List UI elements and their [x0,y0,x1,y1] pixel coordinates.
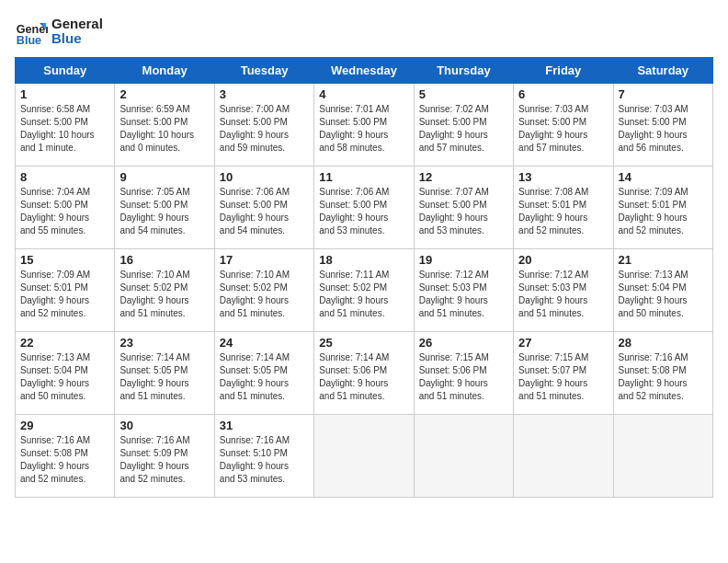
weekday-header-friday: Friday [514,58,613,84]
day-number: 5 [419,87,508,101]
calendar-cell: 14Sunrise: 7:09 AMSunset: 5:01 PMDayligh… [613,167,712,249]
day-number: 13 [518,170,608,184]
calendar-cell: 21Sunrise: 7:13 AMSunset: 5:04 PMDayligh… [613,249,712,332]
calendar-cell: 18Sunrise: 7:11 AMSunset: 5:02 PMDayligh… [314,249,414,332]
weekday-header-wednesday: Wednesday [314,58,414,84]
calendar-cell: 13Sunrise: 7:08 AMSunset: 5:01 PMDayligh… [514,167,613,249]
day-number: 23 [119,336,209,350]
cell-sun-info: Sunrise: 7:16 AMSunset: 5:09 PMDaylight:… [119,434,209,486]
day-number: 29 [20,419,109,432]
calendar-cell: 5Sunrise: 7:02 AMSunset: 5:00 PMDaylight… [414,84,513,167]
calendar-cell: 15Sunrise: 7:09 AMSunset: 5:01 PMDayligh… [16,249,115,332]
day-number: 6 [518,87,608,101]
day-number: 14 [619,170,708,184]
calendar-cell [514,415,613,498]
calendar-cell: 6Sunrise: 7:03 AMSunset: 5:00 PMDaylight… [514,84,613,167]
calendar-cell: 1Sunrise: 6:58 AMSunset: 5:00 PMDaylight… [16,84,115,167]
calendar-cell: 17Sunrise: 7:10 AMSunset: 5:02 PMDayligh… [214,249,313,332]
cell-sun-info: Sunrise: 7:03 AMSunset: 5:00 PMDaylight:… [619,103,708,155]
calendar-cell: 30Sunrise: 7:16 AMSunset: 5:09 PMDayligh… [115,415,214,498]
cell-sun-info: Sunrise: 7:12 AMSunset: 5:03 PMDaylight:… [419,269,508,320]
cell-sun-info: Sunrise: 7:16 AMSunset: 5:10 PMDaylight:… [220,434,309,486]
day-number: 10 [220,170,309,184]
calendar-cell: 27Sunrise: 7:15 AMSunset: 5:07 PMDayligh… [514,332,613,415]
cell-sun-info: Sunrise: 7:16 AMSunset: 5:08 PMDaylight:… [20,434,109,486]
calendar-cell: 10Sunrise: 7:06 AMSunset: 5:00 PMDayligh… [214,167,313,249]
day-number: 28 [619,336,708,350]
calendar-cell: 20Sunrise: 7:12 AMSunset: 5:03 PMDayligh… [514,249,613,332]
weekday-header-monday: Monday [115,58,214,84]
calendar-cell: 8Sunrise: 7:04 AMSunset: 5:00 PMDaylight… [16,167,115,249]
day-number: 20 [518,253,608,267]
day-number: 24 [220,336,309,350]
cell-sun-info: Sunrise: 7:09 AMSunset: 5:01 PMDaylight:… [619,186,708,237]
day-number: 27 [518,336,608,350]
day-number: 18 [319,253,408,267]
calendar-cell: 7Sunrise: 7:03 AMSunset: 5:00 PMDaylight… [613,84,712,167]
calendar-cell: 25Sunrise: 7:14 AMSunset: 5:06 PMDayligh… [314,332,414,415]
cell-sun-info: Sunrise: 7:06 AMSunset: 5:00 PMDaylight:… [220,186,309,237]
day-number: 7 [619,87,708,101]
cell-sun-info: Sunrise: 7:00 AMSunset: 5:00 PMDaylight:… [220,103,309,155]
cell-sun-info: Sunrise: 7:12 AMSunset: 5:03 PMDaylight:… [518,269,608,320]
calendar-table: SundayMondayTuesdayWednesdayThursdayFrid… [15,57,713,498]
weekday-header-thursday: Thursday [414,58,513,84]
cell-sun-info: Sunrise: 7:14 AMSunset: 5:05 PMDaylight:… [119,351,209,403]
day-number: 17 [220,253,309,267]
calendar-cell: 11Sunrise: 7:06 AMSunset: 5:00 PMDayligh… [314,167,414,249]
day-number: 2 [119,87,209,101]
day-number: 11 [319,170,408,184]
calendar-cell: 28Sunrise: 7:16 AMSunset: 5:08 PMDayligh… [613,332,712,415]
cell-sun-info: Sunrise: 7:08 AMSunset: 5:01 PMDaylight:… [518,186,608,237]
cell-sun-info: Sunrise: 6:58 AMSunset: 5:00 PMDaylight:… [20,103,109,155]
day-number: 3 [220,87,309,101]
calendar-cell: 12Sunrise: 7:07 AMSunset: 5:00 PMDayligh… [414,167,513,249]
calendar-cell: 16Sunrise: 7:10 AMSunset: 5:02 PMDayligh… [115,249,214,332]
cell-sun-info: Sunrise: 7:13 AMSunset: 5:04 PMDaylight:… [619,269,708,320]
cell-sun-info: Sunrise: 7:14 AMSunset: 5:06 PMDaylight:… [319,351,408,403]
day-number: 12 [419,170,508,184]
calendar-cell: 24Sunrise: 7:14 AMSunset: 5:05 PMDayligh… [214,332,313,415]
calendar-week-row: 29Sunrise: 7:16 AMSunset: 5:08 PMDayligh… [16,415,713,498]
weekday-header-row: SundayMondayTuesdayWednesdayThursdayFrid… [16,58,713,84]
calendar-cell [414,415,513,498]
cell-sun-info: Sunrise: 6:59 AMSunset: 5:00 PMDaylight:… [119,103,209,155]
calendar-cell: 26Sunrise: 7:15 AMSunset: 5:06 PMDayligh… [414,332,513,415]
cell-sun-info: Sunrise: 7:05 AMSunset: 5:00 PMDaylight:… [119,186,209,237]
day-number: 8 [20,170,109,184]
calendar-cell [314,415,414,498]
calendar-week-row: 1Sunrise: 6:58 AMSunset: 5:00 PMDaylight… [16,84,713,167]
day-number: 22 [20,336,109,350]
cell-sun-info: Sunrise: 7:10 AMSunset: 5:02 PMDaylight:… [220,269,309,320]
logo-icon: General Blue [15,15,48,48]
day-number: 26 [419,336,508,350]
cell-sun-info: Sunrise: 7:02 AMSunset: 5:00 PMDaylight:… [419,103,508,155]
header: General Blue General Blue [15,15,713,48]
day-number: 30 [119,419,209,432]
calendar-cell: 3Sunrise: 7:00 AMSunset: 5:00 PMDaylight… [214,84,313,167]
calendar-cell: 29Sunrise: 7:16 AMSunset: 5:08 PMDayligh… [16,415,115,498]
cell-sun-info: Sunrise: 7:01 AMSunset: 5:00 PMDaylight:… [319,103,408,155]
day-number: 16 [119,253,209,267]
calendar-cell: 9Sunrise: 7:05 AMSunset: 5:00 PMDaylight… [115,167,214,249]
cell-sun-info: Sunrise: 7:11 AMSunset: 5:02 PMDaylight:… [319,269,408,320]
day-number: 1 [20,87,109,101]
calendar-cell [613,415,712,498]
calendar-week-row: 22Sunrise: 7:13 AMSunset: 5:04 PMDayligh… [16,332,713,415]
cell-sun-info: Sunrise: 7:03 AMSunset: 5:00 PMDaylight:… [518,103,608,155]
cell-sun-info: Sunrise: 7:04 AMSunset: 5:00 PMDaylight:… [20,186,109,237]
calendar-week-row: 8Sunrise: 7:04 AMSunset: 5:00 PMDaylight… [16,167,713,249]
calendar-cell: 22Sunrise: 7:13 AMSunset: 5:04 PMDayligh… [16,332,115,415]
calendar-cell: 23Sunrise: 7:14 AMSunset: 5:05 PMDayligh… [115,332,214,415]
cell-sun-info: Sunrise: 7:07 AMSunset: 5:00 PMDaylight:… [419,186,508,237]
day-number: 4 [319,87,408,101]
cell-sun-info: Sunrise: 7:09 AMSunset: 5:01 PMDaylight:… [20,269,109,320]
logo: General Blue General Blue [15,15,103,48]
cell-sun-info: Sunrise: 7:16 AMSunset: 5:08 PMDaylight:… [619,351,708,403]
cell-sun-info: Sunrise: 7:10 AMSunset: 5:02 PMDaylight:… [119,269,209,320]
day-number: 9 [119,170,209,184]
calendar-cell: 4Sunrise: 7:01 AMSunset: 5:00 PMDaylight… [314,84,414,167]
cell-sun-info: Sunrise: 7:06 AMSunset: 5:00 PMDaylight:… [319,186,408,237]
svg-text:Blue: Blue [17,34,41,47]
day-number: 31 [220,419,309,432]
